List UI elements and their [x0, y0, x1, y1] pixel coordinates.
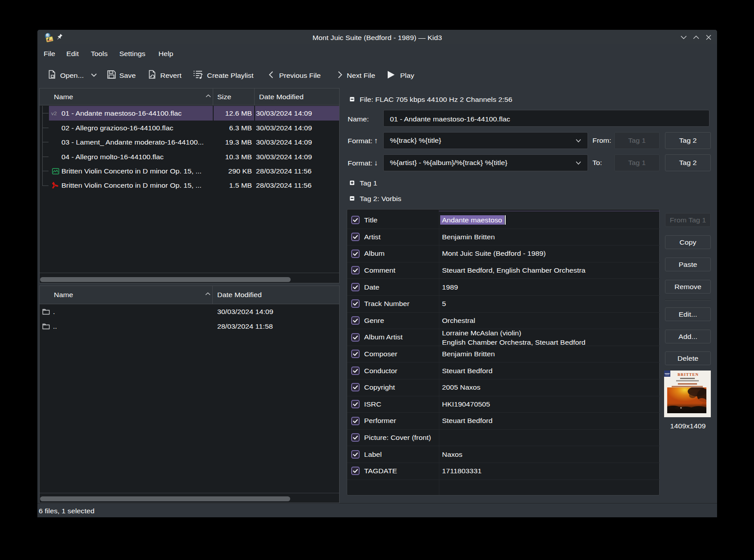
svg-text:BRITTEN: BRITTEN: [677, 372, 699, 377]
